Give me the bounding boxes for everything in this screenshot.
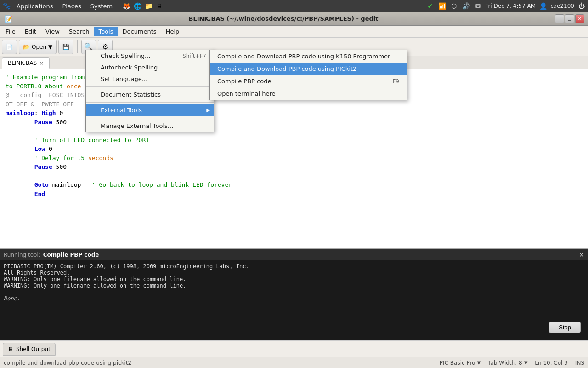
tools-separator-1 (86, 86, 214, 87)
menu-set-language[interactable]: Set Language... (86, 73, 214, 85)
menu-external-tools[interactable]: External Tools (86, 104, 214, 116)
menu-autocheck-spelling[interactable]: Autocheck Spelling (86, 62, 214, 73)
external-tools-label: External Tools (101, 107, 142, 114)
check-spelling-label: Check Spelling... (101, 52, 150, 59)
menu-manage-external-tools[interactable]: Manage External Tools... (86, 120, 214, 132)
set-language-label: Set Language... (101, 75, 147, 82)
submenu-compile[interactable]: Compile PBP code F9 (210, 75, 407, 87)
document-statistics-label: Document Statistics (101, 91, 161, 98)
menu-check-spelling[interactable]: Check Spelling... Shift+F7 (86, 50, 214, 62)
submenu-terminal[interactable]: Open terminal here (210, 87, 407, 100)
check-spelling-shortcut: Shift+F7 (182, 53, 206, 59)
k150-label: Compile and Download PBP code using K150… (217, 53, 390, 60)
tools-separator-2 (86, 102, 214, 103)
submenu-k150[interactable]: Compile and Download PBP code using K150… (210, 50, 407, 63)
tools-separator-3 (86, 118, 214, 118)
autocheck-spelling-label: Autocheck Spelling (101, 64, 158, 71)
external-tools-submenu: Compile and Download PBP code using K150… (209, 50, 407, 100)
submenu-pickit2[interactable]: Compile and Download PBP code using PICk… (210, 63, 407, 75)
manage-external-tools-label: Manage External Tools... (101, 122, 173, 129)
terminal-label: Open terminal here (217, 90, 276, 97)
compile-label: Compile PBP code (217, 78, 271, 85)
tools-dropdown-menu: Check Spelling... Shift+F7 Autocheck Spe… (85, 50, 214, 132)
compile-shortcut: F9 (392, 78, 399, 85)
menu-document-statistics[interactable]: Document Statistics (86, 89, 214, 100)
pickit2-label: Compile and Download PBP code using PICk… (217, 65, 356, 72)
